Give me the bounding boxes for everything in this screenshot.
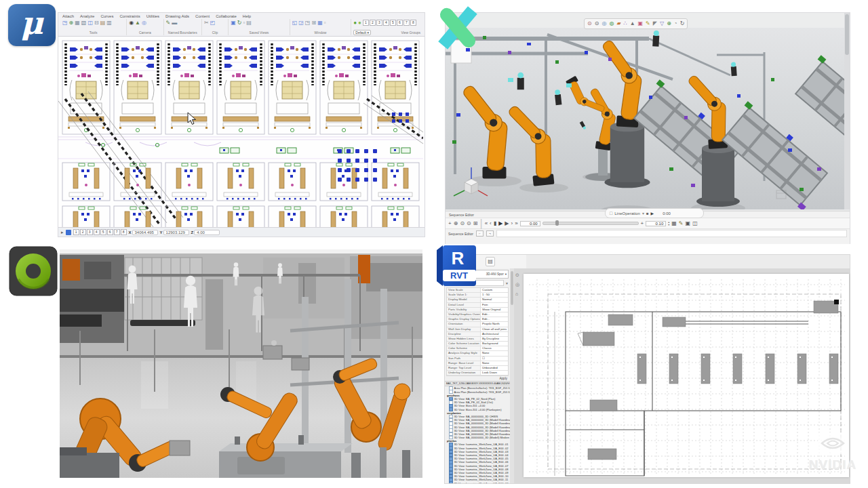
ribbon-icon[interactable]: ▣: [231, 20, 236, 26]
property-row[interactable]: Scale Value 1: 1 : 50: [447, 293, 508, 298]
view-toggle[interactable]: 6: [397, 20, 403, 26]
toolbar-icon[interactable]: ⊕: [667, 21, 671, 26]
property-value[interactable]: Clean all wall joins: [480, 327, 508, 331]
property-value[interactable]: Background: [480, 342, 508, 346]
seq-playback-icon[interactable]: ▶: [498, 221, 502, 226]
ribbon-icon[interactable]: ▫: [243, 20, 245, 26]
ribbon-icon[interactable]: ↻: [237, 20, 242, 26]
toolbar-icon[interactable]: ▽: [660, 21, 664, 26]
ribbon-icon[interactable]: ▦: [75, 20, 80, 26]
seq-playback-icon[interactable]: ‹: [490, 221, 492, 226]
property-value[interactable]: ☐: [480, 357, 508, 361]
view-toggle[interactable]: 5: [390, 20, 396, 26]
seq-toolbar-icon[interactable]: ⊕: [454, 221, 458, 226]
view-toggle[interactable]: 7: [403, 20, 410, 26]
playback-pill[interactable]: □ LineOperation ▾ ■ ▶ 0:00: [605, 208, 704, 218]
view-group-icon[interactable]: ●: [353, 20, 357, 26]
property-row[interactable]: Range: Top Level Unbounded: [447, 366, 508, 371]
view-toggle[interactable]: 1: [363, 20, 369, 26]
ribbon-icon[interactable]: ✎: [166, 20, 171, 26]
tree-collapse-icon[interactable]: ⌐: [476, 230, 484, 237]
time-field[interactable]: 0.00: [520, 221, 540, 226]
chevron-down-icon[interactable]: ▾: [642, 211, 644, 216]
toolbar-icon[interactable]: ▲: [630, 21, 635, 26]
browser-item[interactable]: 3D View: Isometrie_WerkZone_UA_E00 -12: [445, 481, 510, 483]
seq-toolbar-icon[interactable]: ⊙: [460, 221, 465, 226]
toolbar-icon[interactable]: ◔: [674, 21, 677, 26]
ribbon-icon[interactable]: ▫: [324, 20, 326, 26]
viewport-scrollbar[interactable]: [844, 13, 850, 209]
toolbar-icon[interactable]: ▣: [638, 21, 644, 26]
item-checkbox[interactable]: [449, 481, 453, 483]
ribbon-icon[interactable]: ◰: [210, 20, 216, 26]
property-row[interactable]: Detail Level Fein: [447, 303, 508, 308]
ribbon-icon[interactable]: ▥: [106, 20, 112, 26]
property-row[interactable]: Color Scheme Location Background: [447, 342, 508, 346]
ribbon-tab[interactable]: Drawing Aids: [165, 14, 189, 18]
home-icon[interactable]: ⌂: [515, 291, 519, 296]
seq-playback-icon[interactable]: «: [485, 221, 488, 226]
seq-toolbar-icon[interactable]: ▦: [671, 221, 677, 226]
seq-toolbar-icon[interactable]: +: [448, 221, 452, 226]
property-value[interactable]: Unbounded: [480, 366, 508, 370]
ribbon-icon[interactable]: ✂: [204, 20, 209, 26]
view-group-icon[interactable]: ●: [358, 20, 361, 26]
seq-toolbar-icon[interactable]: ⊙: [467, 221, 471, 226]
modify-tool-icon[interactable]: ▤: [486, 257, 495, 266]
ribbon-tab[interactable]: Analyze: [80, 14, 94, 18]
increment-icon[interactable]: +: [641, 221, 644, 226]
property-value[interactable]: By Discipline: [480, 337, 508, 341]
view-toggle[interactable]: 3: [376, 20, 382, 26]
gantt-timeline[interactable]: [496, 230, 847, 237]
property-value[interactable]: Architectural: [480, 332, 508, 336]
toolbar-icon[interactable]: ▰: [616, 21, 620, 26]
project-browser-header[interactable]: BA1_TKT_1230-2AM-BXXY-XXXXXXXX-00AM-2020…: [445, 381, 510, 386]
ribbon-icon[interactable]: ▲: [135, 20, 140, 26]
seq-playback-icon[interactable]: ▮: [494, 221, 496, 226]
seq-playback-icon[interactable]: ›: [511, 221, 513, 226]
toolbar-icon[interactable]: ◎: [601, 21, 606, 26]
status-view-toggle[interactable]: 6: [107, 229, 113, 235]
property-value[interactable]: Custom: [480, 288, 508, 292]
ribbon-icon[interactable]: ⊟: [94, 20, 99, 26]
toolbar-icon[interactable]: ◍: [609, 21, 614, 26]
slider-thumb[interactable]: [555, 220, 559, 226]
seq-playback-icon[interactable]: ▶: [505, 221, 509, 226]
property-row[interactable]: Show Hidden Lines By Discipline: [447, 337, 508, 342]
operation-checkbox-icon[interactable]: □: [610, 211, 612, 216]
property-row[interactable]: Parts Visibility Show Original: [447, 308, 508, 312]
tree-expand-icon[interactable]: ¬: [486, 230, 494, 237]
property-row[interactable]: Wall Join Display Clean all wall joins: [447, 327, 508, 332]
ribbon-tab[interactable]: Curves: [100, 14, 113, 18]
property-row[interactable]: Discipline Architectural: [447, 332, 508, 337]
ribbon-icon[interactable]: ⊕: [69, 20, 74, 26]
ribbon-tab[interactable]: Collaborate: [216, 14, 237, 18]
apply-button[interactable]: Apply: [445, 376, 510, 381]
property-value[interactable]: 1 : 50: [480, 293, 508, 297]
ribbon-icon[interactable]: ◎: [142, 20, 146, 26]
property-row[interactable]: Orientation Projekt North: [447, 322, 508, 327]
property-value[interactable]: None: [480, 351, 508, 355]
property-value[interactable]: Normal: [480, 298, 508, 302]
ribbon-tab[interactable]: Attach: [62, 14, 74, 18]
property-row[interactable]: Color Scheme Classic: [447, 346, 508, 351]
ribbon-icon[interactable]: ◫: [87, 20, 93, 26]
view-group-dropdown[interactable]: Default ▾: [353, 30, 371, 35]
microstation-drawing-viewport[interactable]: [58, 37, 423, 227]
seq-toolbar-icon[interactable]: ✎: [679, 221, 684, 226]
zoom-icon[interactable]: ⊙: [515, 272, 519, 278]
seq-playback-icon[interactable]: »: [515, 221, 517, 226]
toolbar-icon[interactable]: ⊙: [587, 21, 592, 26]
seq-toolbar-icon[interactable]: ▣: [686, 221, 691, 226]
property-value[interactable]: Show Original: [480, 308, 508, 312]
status-view-toggle[interactable]: 4: [94, 229, 100, 235]
active-view-icon[interactable]: [66, 230, 71, 235]
property-row[interactable]: Graphic Display Options Edit...: [447, 317, 508, 322]
property-row[interactable]: Underlay Orientation Look Down: [447, 371, 508, 375]
status-view-toggle[interactable]: 5: [100, 229, 106, 235]
property-row[interactable]: Display Model Normal: [447, 298, 508, 302]
ribbon-icon[interactable]: ◳: [62, 20, 68, 26]
timeline-slider[interactable]: [542, 222, 639, 225]
status-view-toggle[interactable]: 8: [121, 229, 127, 235]
ribbon-icon[interactable]: ▧: [81, 20, 87, 26]
